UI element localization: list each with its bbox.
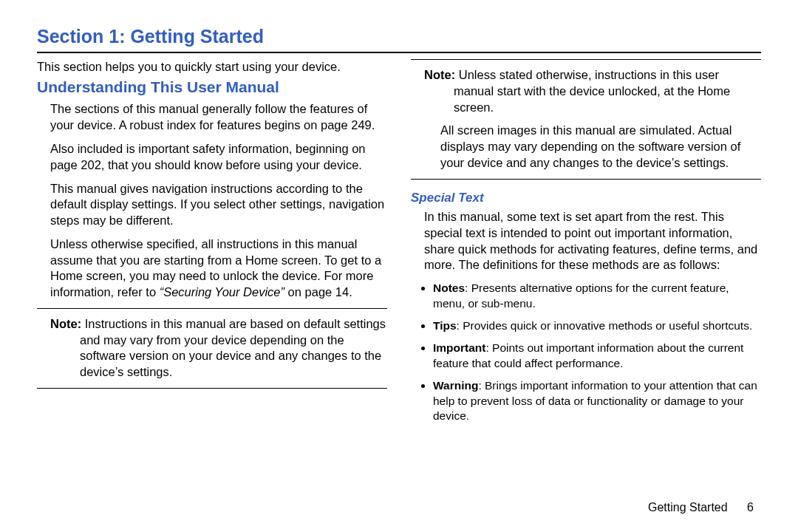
note-label: Note: — [50, 317, 81, 330]
paragraph: Also included is important safety inform… — [50, 141, 387, 174]
right-column: Note: Unless stated otherwise, instructi… — [411, 59, 761, 432]
paragraph: The sections of this manual generally fo… — [50, 101, 387, 134]
definition-text: : Brings important information to your a… — [433, 379, 757, 422]
paragraph-text: on page 14. — [284, 285, 352, 299]
paragraph-with-xref: Unless otherwise specified, all instruct… — [50, 236, 387, 301]
note-continuation: All screen images in this manual are sim… — [411, 123, 761, 171]
paragraph: This manual gives navigation instruction… — [50, 181, 387, 229]
list-item: Warning: Brings important information to… — [433, 378, 761, 423]
definition-term: Important — [433, 341, 485, 354]
definition-text: : Provides quick or innovative methods o… — [457, 319, 753, 332]
list-item: Notes: Presents alternative options for … — [433, 281, 761, 311]
divider-rule — [37, 388, 387, 389]
page-number: 6 — [747, 501, 754, 514]
left-column: This section helps you to quickly start … — [37, 59, 387, 432]
page-footer: Getting Started 6 — [648, 501, 754, 514]
definition-term: Tips — [433, 319, 457, 332]
manual-page: Section 1: Getting Started This section … — [0, 0, 798, 532]
subsection-heading: Understanding This User Manual — [37, 77, 387, 98]
note-text: Instructions in this manual are based on… — [80, 317, 386, 378]
note-block: Note: Instructions in this manual are ba… — [37, 316, 387, 381]
note-text: Unless stated otherwise, instructions in… — [454, 68, 730, 114]
divider-rule — [37, 308, 387, 309]
paragraph: In this manual, some text is set apart f… — [411, 209, 761, 273]
definition-term: Warning — [433, 379, 478, 392]
definition-term: Notes — [433, 282, 465, 294]
divider-rule — [411, 179, 761, 180]
definition-text: : Presents alternative options for the c… — [433, 282, 729, 309]
list-item: Tips: Provides quick or innovative metho… — [433, 318, 761, 333]
list-item: Important: Points out important informat… — [433, 341, 761, 371]
note-label: Note: — [424, 68, 455, 81]
intro-paragraph: This section helps you to quickly start … — [37, 59, 387, 75]
footer-section-label: Getting Started — [648, 501, 728, 514]
divider-rule — [411, 59, 761, 60]
sub-subsection-heading: Special Text — [411, 190, 761, 206]
two-column-body: This section helps you to quickly start … — [37, 59, 761, 432]
section-title: Section 1: Getting Started — [37, 26, 761, 47]
note-block: Note: Unless stated otherwise, instructi… — [411, 67, 761, 115]
body-block: The sections of this manual generally fo… — [37, 101, 387, 300]
title-rule — [37, 52, 761, 53]
cross-reference: “Securing Your Device” — [160, 285, 284, 299]
definitions-list: Notes: Presents alternative options for … — [411, 281, 761, 424]
